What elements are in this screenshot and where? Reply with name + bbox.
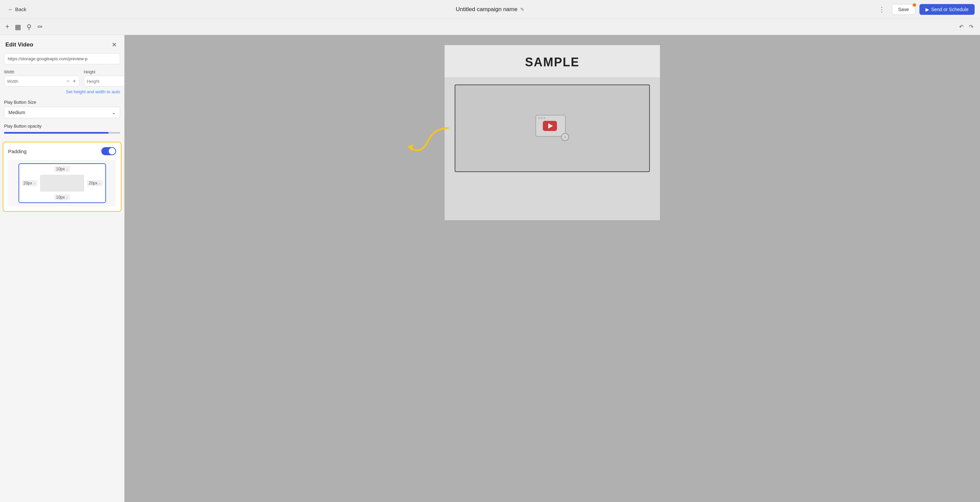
main-layout: Edit Video ✕ https://storage.googleapis.… [0, 35, 980, 502]
send-or-schedule-button[interactable]: ▶ Send or Schedule [920, 4, 975, 15]
filter-icon[interactable]: ⚲ [27, 23, 32, 31]
padding-left-chevron: ⌄ [33, 182, 36, 185]
height-input[interactable] [87, 79, 124, 84]
toolbar-left: + ▦ ⚲ ⚰ [5, 23, 43, 31]
width-label: Width [4, 70, 80, 75]
width-input[interactable] [7, 79, 64, 84]
width-decrement-button[interactable]: − [65, 78, 70, 84]
redo-button[interactable]: ↷ [967, 22, 975, 31]
dimensions-row: Width − + Height − + [0, 70, 124, 86]
email-header-block: SAMPLE [445, 45, 660, 78]
add-video-icon: + [561, 133, 569, 141]
play-button-size-label: Play Button Size [0, 100, 124, 107]
notification-dot [913, 3, 916, 7]
header-right: ⋮ Save ▶ Send or Schedule [876, 4, 975, 15]
back-arrow-icon: ← [8, 6, 13, 12]
save-button[interactable]: Save [892, 4, 915, 15]
send-icon: ▶ [926, 7, 929, 12]
padding-top-row: 10px ⌄ [19, 164, 105, 174]
browser-dot-1 [538, 117, 540, 119]
browser-dots [536, 115, 565, 120]
video-block[interactable]: + [455, 84, 650, 172]
padding-center-box [40, 175, 84, 191]
padding-left-value[interactable]: 20px ⌄ [22, 180, 37, 186]
padding-title: Padding [8, 148, 27, 154]
undo-button[interactable]: ↶ [958, 22, 965, 31]
email-canvas: SAMPLE [445, 45, 660, 220]
chevron-down-icon: ⌄ [112, 110, 116, 115]
padding-middle-row: 20px ⌄ 20px ⌄ [19, 174, 105, 193]
video-placeholder: + [535, 115, 569, 142]
padding-bottom-row: 10px ⌄ [19, 193, 105, 202]
padding-header: Padding [8, 147, 116, 155]
canvas-wrapper: SAMPLE [445, 45, 660, 220]
play-button-size-select[interactable]: Medium ⌄ [4, 107, 120, 118]
padding-visual: 10px ⌄ 20px ⌄ 20px ⌄ [19, 163, 106, 203]
width-input-field: − + [4, 76, 80, 86]
sample-title: SAMPLE [458, 55, 646, 69]
close-panel-button[interactable]: ✕ [110, 40, 119, 49]
edit-panel-header: Edit Video ✕ [0, 35, 124, 53]
opacity-section: Play Button opacity [0, 124, 124, 139]
browser-dot-2 [541, 117, 542, 119]
header-left: ← Back [5, 5, 29, 13]
back-button[interactable]: ← Back [5, 5, 29, 13]
add-icon[interactable]: + [5, 23, 10, 31]
padding-top-value[interactable]: 10px ⌄ [54, 166, 70, 172]
layers-icon[interactable]: ▦ [15, 23, 21, 31]
more-options-button[interactable]: ⋮ [876, 4, 888, 15]
padding-right-value[interactable]: 20px ⌄ [87, 180, 102, 186]
video-url-field[interactable]: https://storage.googleapis.com/preview-p [4, 53, 120, 64]
height-input-field: − + [84, 76, 124, 86]
height-label: Height [84, 70, 124, 75]
padding-bottom-chevron: ⌄ [65, 196, 68, 199]
padding-box-container: 10px ⌄ 20px ⌄ 20px ⌄ [8, 160, 116, 206]
opacity-label: Play Button opacity [4, 124, 120, 129]
padding-top-chevron: ⌄ [65, 167, 68, 171]
video-icon-wrap: + [535, 115, 569, 142]
edit-title-icon[interactable]: ✎ [520, 7, 524, 12]
save-label: Save [898, 7, 909, 12]
toggle-thumb [109, 148, 115, 155]
svg-marker-0 [407, 144, 414, 151]
play-triangle-icon [548, 123, 553, 129]
width-group: Width − + [4, 70, 80, 86]
play-button-size-value: Medium [8, 110, 25, 115]
send-label: Send or Schedule [931, 7, 969, 12]
padding-bottom-value[interactable]: 10px ⌄ [54, 194, 70, 200]
preview-icon[interactable]: ⚰ [37, 23, 43, 31]
toolbar: + ▦ ⚲ ⚰ ↶ ↷ [0, 19, 980, 35]
auto-dimensions-link[interactable]: Set height and width to auto [0, 89, 124, 100]
opacity-slider[interactable] [4, 132, 120, 134]
padding-right-chevron: ⌄ [98, 182, 101, 185]
top-header: ← Back Untitled campaign name ✎ ⋮ Save ▶… [0, 0, 980, 19]
canvas-area: SAMPLE [124, 35, 980, 502]
width-increment-button[interactable]: + [72, 78, 76, 84]
toolbar-right: ↶ ↷ [958, 22, 975, 31]
padding-section: Padding 10px ⌄ [3, 142, 121, 212]
campaign-title: Untitled campaign name [456, 6, 517, 13]
youtube-play-button [543, 121, 557, 131]
edit-panel: Edit Video ✕ https://storage.googleapis.… [0, 35, 124, 502]
edit-panel-title: Edit Video [5, 41, 33, 48]
height-group: Height − + [84, 70, 124, 86]
browser-dot-3 [544, 117, 545, 119]
padding-toggle[interactable] [101, 147, 116, 155]
back-label: Back [15, 6, 26, 12]
header-center: Untitled campaign name ✎ [456, 6, 524, 13]
